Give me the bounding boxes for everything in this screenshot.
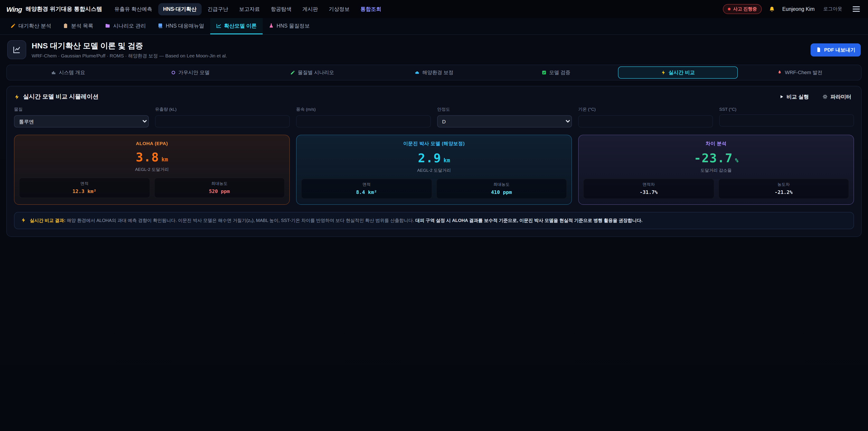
nav-integrated-search[interactable]: 통합조회 bbox=[355, 3, 386, 15]
main-nav: 유출유 확산예측 HNS·대기확산 긴급구난 보고자료 항공탐색 게시판 기상정… bbox=[110, 3, 386, 15]
note-prefix: 실시간 비교 결과: bbox=[30, 218, 66, 223]
pencil-icon bbox=[290, 70, 295, 75]
nav-reports[interactable]: 보고자료 bbox=[234, 3, 265, 15]
subtab-label: 시나리오 관리 bbox=[113, 22, 146, 29]
card-title: 차이 분석 bbox=[583, 141, 849, 147]
field-substance: 물질 톨루엔 bbox=[14, 107, 149, 127]
card-value-number: 3.8 bbox=[136, 150, 159, 164]
cloud-icon bbox=[414, 70, 420, 75]
tab-marine-environment-correction[interactable]: 해양환경 보정 bbox=[374, 66, 494, 79]
folder-icon bbox=[105, 23, 111, 29]
stat-label: 면적차 bbox=[585, 182, 712, 188]
result-card-difference: 차이 분석 -23.7% 도달거리 감소율 면적차 -31.7% 농도차 -21… bbox=[578, 135, 854, 205]
document-icon bbox=[816, 47, 822, 53]
stability-select[interactable]: D bbox=[437, 115, 572, 127]
card-value-unit: % bbox=[735, 157, 738, 164]
page-subtitle: WRF-Chem · Gaussian Plume/Puff · ROMS · … bbox=[32, 53, 227, 59]
tab-label: 해양환경 보정 bbox=[422, 69, 454, 76]
card-value-number: 2.9 bbox=[418, 151, 441, 165]
run-comparison-button[interactable]: 비교 실행 bbox=[777, 93, 811, 100]
tab-wrf-chem-advancement[interactable]: WRF-Chem 발전 bbox=[740, 66, 860, 79]
panel-actions: 비교 실행 파라미터 bbox=[777, 93, 854, 100]
tab-realtime-comparison[interactable]: 실시간 비교 bbox=[618, 66, 738, 79]
nav-aerial-search[interactable]: 항공탐색 bbox=[266, 3, 297, 15]
lightning-icon bbox=[14, 94, 20, 100]
subtab-diffusion-model-theory[interactable]: 확산모델 이론 bbox=[210, 18, 262, 34]
stat-value: 8.4 km² bbox=[303, 189, 430, 195]
brand: Wing 해양환경 위기대응 통합시스템 bbox=[6, 5, 102, 13]
user-name: Eunjeong Kim bbox=[782, 6, 815, 12]
stat-max-concentration: 최대농도 410 ppm bbox=[436, 179, 567, 199]
card-value-unit: km bbox=[443, 157, 450, 164]
air-temperature-input[interactable] bbox=[578, 115, 713, 127]
nav-hns-atmospheric[interactable]: HNS·대기확산 bbox=[158, 3, 202, 15]
nav-board[interactable]: 게시판 bbox=[298, 3, 323, 15]
stat-value: 12.3 km² bbox=[21, 188, 148, 194]
logout-button[interactable]: 로그아웃 bbox=[820, 5, 845, 13]
topbar: Wing 해양환경 위기대응 통합시스템 유출유 확산예측 HNS·대기확산 긴… bbox=[0, 0, 868, 18]
field-wind-speed: 풍속 (m/s) bbox=[296, 107, 431, 127]
nav-oil-spill-prediction[interactable]: 유출유 확산예측 bbox=[110, 3, 157, 15]
lightning-icon bbox=[21, 217, 26, 223]
tab-substance-scenarios[interactable]: 물질별 시나리오 bbox=[252, 66, 372, 79]
subtab-analysis-list[interactable]: 분석 목록 bbox=[57, 18, 99, 34]
menu-hamburger-icon[interactable] bbox=[851, 4, 862, 13]
page-header: HNS 대기확산 모델 이론 및 검증 WRF-Chem · Gaussian … bbox=[0, 35, 868, 64]
status-dot-icon bbox=[727, 8, 730, 10]
leak-volume-input[interactable] bbox=[155, 115, 290, 127]
stat-area: 면적 8.4 km² bbox=[301, 179, 432, 199]
stat-label: 최대농도 bbox=[438, 182, 565, 188]
nav-emergency-rescue[interactable]: 긴급구난 bbox=[203, 3, 233, 15]
card-title: ALOHA (EPA) bbox=[19, 141, 285, 146]
rocket-icon bbox=[777, 70, 782, 75]
subtab-label: HNS 물질정보 bbox=[277, 22, 310, 29]
panel-title: 실시간 모델 비교 시뮬레이션 bbox=[14, 93, 98, 101]
subtab-hns-response-manual[interactable]: HNS 대응매뉴얼 bbox=[152, 18, 210, 34]
card-caption: AEGL-2 도달거리 bbox=[19, 167, 285, 173]
tab-model-validation[interactable]: 모델 검증 bbox=[496, 66, 616, 79]
substance-select[interactable]: 톨루엔 bbox=[14, 115, 149, 127]
subtab-atmos-analysis[interactable]: 대기확산 분석 bbox=[4, 18, 57, 34]
app-logo: Wing bbox=[6, 5, 22, 13]
subtab-label: 대기확산 분석 bbox=[19, 22, 51, 29]
pdf-export-button[interactable]: PDF 내보내기 bbox=[811, 43, 861, 56]
card-value: 3.8km bbox=[19, 150, 285, 164]
sub-nav: 대기확산 분석 분석 목록 시나리오 관리 HNS 대응매뉴얼 확산모델 이론 … bbox=[0, 18, 868, 35]
result-cards: ALOHA (EPA) 3.8km AEGL-2 도달거리 면적 12.3 km… bbox=[14, 135, 854, 205]
wind-speed-input[interactable] bbox=[296, 115, 431, 127]
subtab-label: 분석 목록 bbox=[71, 22, 93, 29]
sst-input[interactable] bbox=[719, 114, 854, 127]
tab-gaussian-model[interactable]: 가우시안 모델 bbox=[130, 66, 250, 79]
card-value: -23.7% bbox=[583, 151, 849, 165]
field-stability: 안정도 D bbox=[437, 107, 572, 127]
tab-label: 가우시안 모델 bbox=[178, 69, 210, 76]
nav-weather-info[interactable]: 기상정보 bbox=[324, 3, 355, 15]
subtab-hns-substance-info[interactable]: HNS 물질정보 bbox=[263, 18, 316, 34]
subtab-scenario-management[interactable]: 시나리오 관리 bbox=[99, 18, 152, 34]
note-body: 해양 환경에서 ALOHA의 과대 예측 경향이 확인됩니다. 이문진 박사 모… bbox=[66, 218, 415, 223]
stat-value: 410 ppm bbox=[438, 189, 565, 195]
section-tabs: 시스템 개요 가우시안 모델 물질별 시나리오 해양환경 보정 모델 검증 실시… bbox=[6, 65, 862, 81]
leak-volume-label: 유출량 (kL) bbox=[155, 107, 290, 113]
note-emphasis: 대피 구역 설정 시 ALOHA 결과를 보수적 기준으로, 이문진 박사 모델… bbox=[415, 218, 643, 223]
result-card-ocean-model: 이문진 박사 모델 (해양보정) 2.9km AEGL-2 도달거리 면적 8.… bbox=[296, 135, 572, 205]
parameters-button[interactable]: 파라미터 bbox=[819, 93, 854, 100]
subtab-label: 확산모델 이론 bbox=[224, 22, 256, 29]
wind-speed-label: 풍속 (m/s) bbox=[296, 107, 431, 113]
stat-value: 520 ppm bbox=[156, 188, 283, 194]
stat-label: 농도차 bbox=[720, 182, 847, 188]
notification-bell-icon[interactable] bbox=[768, 5, 776, 13]
field-leak-volume: 유출량 (kL) bbox=[155, 107, 290, 127]
card-value-unit: km bbox=[161, 156, 168, 163]
lightning-icon bbox=[661, 70, 666, 75]
stability-label: 안정도 bbox=[437, 107, 572, 113]
tab-system-overview[interactable]: 시스템 개요 bbox=[8, 66, 128, 79]
stat-concentration-difference: 농도차 -21.2% bbox=[718, 179, 849, 199]
tab-label: 모델 검증 bbox=[549, 69, 570, 76]
stat-area: 면적 12.3 km² bbox=[19, 178, 150, 198]
incident-status-badge: 사고 진행중 bbox=[723, 4, 762, 14]
result-card-aloha: ALOHA (EPA) 3.8km AEGL-2 도달거리 면적 12.3 km… bbox=[14, 135, 290, 205]
bars-icon bbox=[51, 70, 56, 75]
app-root: Wing 해양환경 위기대응 통합시스템 유출유 확산예측 HNS·대기확산 긴… bbox=[0, 0, 868, 431]
panel-header: 실시간 모델 비교 시뮬레이션 비교 실행 파라미터 bbox=[14, 93, 854, 101]
